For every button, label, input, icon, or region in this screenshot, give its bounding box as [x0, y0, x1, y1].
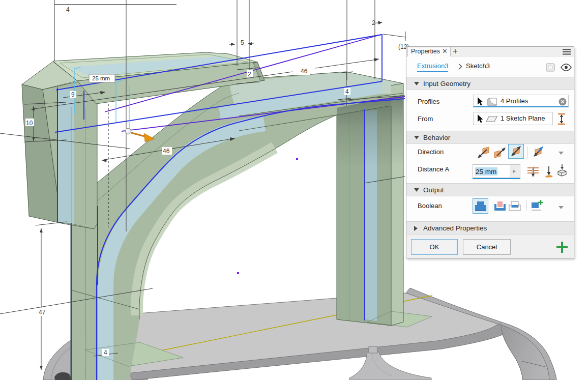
svg-text:46: 46 — [301, 68, 308, 75]
svg-text:2: 2 — [372, 19, 375, 26]
svg-text:2: 2 — [248, 71, 251, 78]
svg-text:47: 47 — [39, 309, 46, 316]
svg-text:10: 10 — [26, 120, 33, 127]
svg-text:25 mm: 25 mm — [92, 75, 110, 81]
svg-text:4: 4 — [345, 88, 349, 95]
svg-text:9: 9 — [71, 91, 75, 98]
svg-text:4: 4 — [104, 349, 107, 356]
svg-text:4: 4 — [66, 6, 70, 13]
svg-text:46: 46 — [163, 148, 170, 155]
svg-text:5: 5 — [241, 39, 244, 46]
